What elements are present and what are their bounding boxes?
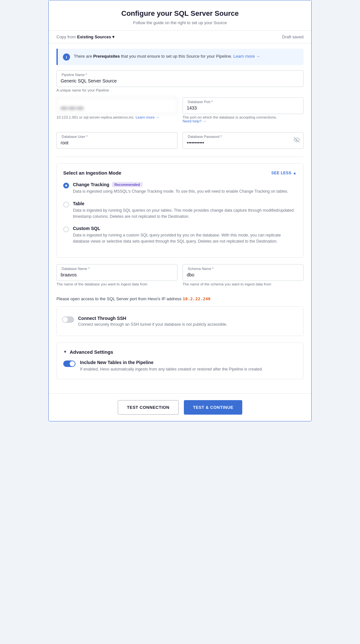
db-password-field: Database Password * <box>183 132 304 149</box>
ssh-desc: Connect securely through an SSH tunnel i… <box>78 322 298 327</box>
schema-name-hint: The name of the schema you want to inges… <box>183 282 304 286</box>
learn-more-link[interactable]: Learn more → <box>233 54 260 59</box>
db-user-field: Database User * <box>56 132 177 149</box>
ingestion-header: Select an Ingestion Mode SEE LESS ▲ <box>63 170 297 176</box>
advanced-item-content: Include New Tables in the Pipeline If en… <box>80 360 297 372</box>
copy-from-label: Copy from <box>56 34 76 39</box>
db-port-group: Database Port * The port on which the da… <box>183 97 304 127</box>
recommended-badge: Recommended <box>112 182 143 187</box>
toggle-password-icon[interactable] <box>294 137 300 144</box>
copy-from-value-text: Existing Sources <box>77 34 111 39</box>
schema-name-group: Schema Name * The name of the schema you… <box>183 264 304 290</box>
pipeline-name-input[interactable] <box>56 70 304 87</box>
db-host-field: Database Host * <box>56 97 177 114</box>
info-banner: i There are Prerequisites that you must … <box>56 49 304 65</box>
db-port-hint: The port on which the database is accept… <box>183 115 304 123</box>
mode-change-tracking-title: Change Tracking Recommended <box>73 182 297 187</box>
chevron-icon: ▼ <box>63 350 67 354</box>
db-host-hint: 10.123.1.001 or sql-server-replica.weste… <box>56 115 177 119</box>
mode-custom-sql-content: Custom SQL Data is ingested by running a… <box>73 226 297 245</box>
ingestion-title: Select an Ingestion Mode <box>63 170 121 176</box>
copy-from-dropdown[interactable]: Existing Sources ▾ <box>77 34 115 39</box>
prerequisites-bold: Prerequisites <box>93 54 120 59</box>
page-header: Configure your SQL Server Source Follow … <box>49 0 311 30</box>
ip-notice: Please open access to the SQL Server por… <box>56 296 304 301</box>
ssh-title: Connect Through SSH <box>78 316 298 321</box>
ssh-container: Connect Through SSH Connect securely thr… <box>56 306 304 336</box>
db-host-learn-more[interactable]: Learn more → <box>135 115 159 119</box>
advanced-title: Advanced Settings <box>70 349 113 355</box>
db-name-label: Database Name * <box>60 267 91 271</box>
pipeline-name-section: Pipeline Name * A unique name for your P… <box>56 70 304 92</box>
mode-custom-sql-title: Custom SQL <box>73 226 297 231</box>
db-name-hint: The name of the database you want to ing… <box>56 282 177 286</box>
db-user-label: Database User * <box>60 135 89 139</box>
pipeline-name-group: Pipeline Name * <box>56 70 304 87</box>
db-user-password-section: Database User * Database Password * <box>56 132 304 150</box>
db-port-label: Database Port * <box>186 100 214 104</box>
db-name-schema-section: Database Name * The name of the database… <box>56 264 304 290</box>
mode-table[interactable]: Table Data is ingested by running SQL qu… <box>63 201 297 220</box>
ingestion-mode-section: Select an Ingestion Mode SEE LESS ▲ Chan… <box>56 163 304 258</box>
radio-custom-sql[interactable] <box>63 226 69 232</box>
mode-table-content: Table Data is ingested by running SQL qu… <box>73 201 297 220</box>
test-connection-button[interactable]: TEST CONNECTION <box>118 400 179 415</box>
schema-name-field: Schema Name * <box>183 264 304 281</box>
mode-change-tracking-desc: Data is ingested using MSSQL's Change Tr… <box>73 188 297 195</box>
mode-table-desc: Data is ingested by running SQL queries … <box>73 207 297 220</box>
copy-from-section: Copy from Existing Sources ▾ <box>56 34 115 39</box>
ssh-section: Connect Through SSH Connect securely thr… <box>62 312 298 331</box>
test-continue-button[interactable]: TEST & CONTINUE <box>184 400 242 415</box>
pipeline-name-hint: A unique name for your Pipeline <box>56 88 304 92</box>
db-name-group: Database Name * The name of the database… <box>56 264 177 290</box>
mode-custom-sql[interactable]: Custom SQL Data is ingested by running a… <box>63 226 297 245</box>
mode-table-title: Table <box>73 201 297 206</box>
draft-saved-status: Draft saved <box>282 34 304 39</box>
ip-address: 10.2.22.240 <box>183 296 210 301</box>
mode-change-tracking[interactable]: Change Tracking Recommended Data is inge… <box>63 182 297 195</box>
radio-change-tracking[interactable] <box>63 183 69 188</box>
info-icon: i <box>63 53 70 61</box>
include-new-tables-desc: If enabled, Hevo automatically ingests f… <box>80 366 297 372</box>
ssh-toggle[interactable] <box>62 316 74 323</box>
db-host-port-section: Database Host * 10.123.1.001 or sql-serv… <box>56 97 304 127</box>
db-host-group: Database Host * 10.123.1.001 or sql-serv… <box>56 97 177 127</box>
db-port-field: Database Port * <box>183 97 304 114</box>
db-port-need-help[interactable]: Need help? → <box>183 119 206 123</box>
content-area: i There are Prerequisites that you must … <box>49 49 311 393</box>
top-bar: Copy from Existing Sources ▾ Draft saved <box>49 30 311 43</box>
include-new-tables-toggle[interactable] <box>63 360 75 367</box>
db-password-label: Database Password * <box>186 135 223 139</box>
see-less-button[interactable]: SEE LESS ▲ <box>271 171 297 175</box>
advanced-settings-section: ▼ Advanced Settings Include New Tables i… <box>56 342 304 379</box>
footer-buttons: TEST CONNECTION TEST & CONTINUE <box>49 393 311 421</box>
chevron-up-icon: ▲ <box>293 171 297 175</box>
db-host-input[interactable] <box>56 97 177 114</box>
db-user-group: Database User * <box>56 132 177 150</box>
info-banner-text: There are Prerequisites that you must en… <box>74 53 260 60</box>
mode-change-tracking-content: Change Tracking Recommended Data is inge… <box>73 182 297 195</box>
radio-table[interactable] <box>63 202 69 207</box>
advanced-item-new-tables: Include New Tables in the Pipeline If en… <box>63 360 297 372</box>
page-title: Configure your SQL Server Source <box>62 9 298 18</box>
include-new-tables-title: Include New Tables in the Pipeline <box>80 360 297 365</box>
ssh-content: Connect Through SSH Connect securely thr… <box>78 316 298 327</box>
advanced-header: ▼ Advanced Settings <box>63 349 297 355</box>
db-password-group: Database Password * <box>183 132 304 150</box>
mode-custom-sql-desc: Data is ingested by running a custom SQL… <box>73 232 297 245</box>
pipeline-name-label: Pipeline Name * <box>60 73 88 77</box>
page-subtitle: Follow the guide on the right to set up … <box>62 20 298 25</box>
schema-name-label: Schema Name * <box>186 267 215 271</box>
divider-1 <box>56 157 304 157</box>
db-name-field: Database Name * <box>56 264 177 281</box>
chevron-down-icon: ▾ <box>112 34 115 39</box>
